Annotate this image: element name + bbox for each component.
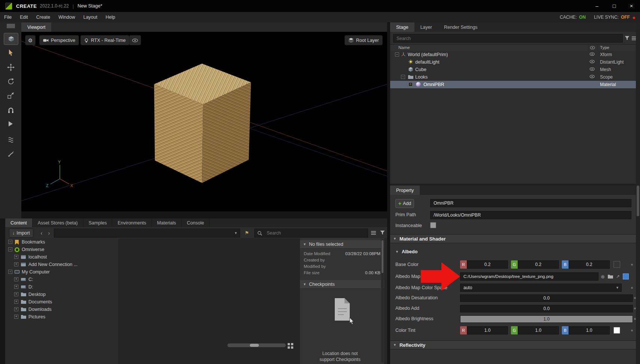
visibility-eye-icon[interactable]	[588, 52, 597, 56]
tab-content[interactable]: Content	[5, 218, 33, 227]
viewport-canvas[interactable]: Y X Z	[21, 32, 387, 211]
thumbnail-size-slider[interactable]	[227, 343, 286, 347]
maximize-button[interactable]: □	[606, 0, 623, 12]
content-search-bar[interactable]	[254, 229, 368, 238]
no-files-header[interactable]: ▼ No files selected	[300, 240, 384, 249]
path-bar[interactable]: ▼	[54, 229, 240, 238]
stage-filter-button[interactable]	[624, 35, 630, 42]
open-external-icon[interactable]: ↗	[616, 274, 620, 279]
tree-item-bookmarks[interactable]: − Bookmarks	[5, 238, 118, 246]
scale-tool-button[interactable]	[0, 92, 21, 99]
albedo-brightness-slider[interactable]: 1.0	[460, 315, 633, 323]
right-panel-scrollbar[interactable]	[636, 22, 640, 364]
toolbar-drag-handle[interactable]	[0, 24, 21, 28]
menu-layout[interactable]: Layout	[79, 15, 102, 20]
tree-item-downloads[interactable]: + Downloads	[5, 306, 118, 313]
add-property-button[interactable]: + Add	[395, 199, 414, 208]
stage-row-world[interactable]: − World (defaultPrim) Xform	[390, 51, 636, 58]
prim-name-input[interactable]	[431, 199, 631, 207]
albedo-map-path-input[interactable]	[460, 273, 598, 280]
color-tint-r-field[interactable]	[467, 326, 508, 334]
live-sync-value[interactable]: OFF	[621, 15, 630, 20]
color-tint-b-field[interactable]	[569, 326, 610, 334]
stage-search-input[interactable]	[394, 36, 622, 41]
menu-file[interactable]: File	[0, 15, 16, 20]
prim-name-field[interactable]	[430, 199, 631, 207]
play-button[interactable]	[0, 121, 21, 126]
reflectivity-section-header[interactable]: ▼ Reflectivity	[390, 340, 636, 349]
expander-icon[interactable]: +	[14, 277, 18, 281]
albedo-map-field[interactable]	[460, 272, 598, 281]
tree-item-my-computer[interactable]: − My Computer	[5, 268, 118, 276]
expander-icon[interactable]: +	[14, 255, 18, 259]
tree-item-omniverse[interactable]: − Omniverse	[5, 246, 118, 253]
list-view-button[interactable]	[370, 229, 377, 237]
color-tint-g-field[interactable]	[518, 326, 559, 334]
tab-asset-stores[interactable]: Asset Stores (beta)	[33, 218, 83, 227]
tab-console[interactable]: Console	[182, 218, 210, 227]
instanceable-checkbox[interactable]	[430, 222, 436, 228]
expander-icon[interactable]: +	[14, 300, 18, 304]
base-color-r-field[interactable]	[467, 260, 508, 269]
menu-edit[interactable]: Edit	[16, 15, 32, 20]
reset-indicator[interactable]	[631, 330, 633, 331]
path-input[interactable]	[54, 230, 232, 236]
visibility-eye-icon[interactable]	[588, 60, 597, 63]
expander-icon[interactable]: +	[14, 285, 18, 289]
tab-stage[interactable]: Stage	[390, 22, 414, 32]
tab-render-settings[interactable]: Render Settings	[438, 22, 484, 32]
visibility-eye-icon[interactable]	[588, 75, 597, 78]
expander-icon[interactable]: +	[14, 292, 18, 296]
expander-icon[interactable]: +	[14, 262, 18, 266]
checkpoints-header[interactable]: ▼ Checkpoints	[300, 280, 384, 289]
color-space-dropdown[interactable]: auto ▼	[460, 284, 622, 292]
base-color-g-field[interactable]	[518, 260, 559, 269]
expander-icon[interactable]: −	[8, 270, 12, 274]
viewport-settings-button[interactable]: ⚙	[25, 35, 36, 45]
albedo-section-header[interactable]: ▼ Albedo	[390, 248, 636, 256]
nav-back-button[interactable]: ‹	[38, 229, 45, 237]
stage-row-cube[interactable]: Cube Mesh	[390, 66, 636, 73]
nav-forward-button[interactable]: ›	[46, 229, 52, 237]
pointer-tool-button[interactable]	[0, 49, 21, 56]
stage-row-looks[interactable]: − Looks Scope	[390, 73, 636, 81]
reset-indicator[interactable]	[631, 287, 633, 289]
scrollbar-thumb[interactable]	[637, 186, 639, 216]
tree-item-d-drive[interactable]: + D:	[5, 283, 118, 291]
base-color-b-field[interactable]	[569, 260, 610, 269]
menu-help[interactable]: Help	[101, 15, 119, 20]
expander-icon[interactable]: −	[8, 240, 12, 244]
albedo-add-slider[interactable]: 0.0	[460, 305, 633, 312]
expander-icon[interactable]: +	[14, 307, 18, 311]
prim-path-field[interactable]	[430, 211, 631, 219]
tab-viewport[interactable]: Viewport	[21, 22, 51, 32]
material-shader-section-header[interactable]: ▼ Material and Shader	[390, 234, 636, 243]
menu-window[interactable]: Window	[54, 15, 79, 20]
paint-tool-button[interactable]	[0, 150, 21, 157]
minimize-button[interactable]: –	[588, 0, 606, 12]
albedo-desaturation-slider[interactable]: 0.0	[460, 294, 633, 302]
grid-view-button[interactable]	[287, 342, 294, 350]
color-tint-swatch[interactable]	[613, 327, 620, 334]
content-search-input[interactable]	[264, 230, 368, 236]
stage-search-bar[interactable]	[393, 34, 623, 43]
stage-row-omnipbr[interactable]: + OmniPBR Material	[390, 81, 636, 88]
expander-icon[interactable]: +	[14, 315, 18, 319]
content-filter-button[interactable]	[379, 229, 386, 237]
renderer-button[interactable]: RTX - Real-Time	[80, 35, 129, 45]
expander-icon[interactable]: −	[401, 75, 405, 79]
reset-indicator[interactable]	[631, 264, 633, 266]
expander-icon[interactable]: −	[395, 52, 399, 56]
slider-thumb[interactable]	[250, 344, 259, 347]
tab-materials[interactable]: Materials	[152, 218, 182, 227]
root-layer-button[interactable]: Root Layer	[345, 35, 383, 45]
tab-layer[interactable]: Layer	[414, 22, 438, 32]
prim-path-input[interactable]	[431, 211, 631, 219]
expander-icon[interactable]: −	[8, 247, 12, 251]
tree-item-pictures[interactable]: + Pictures	[5, 313, 118, 321]
tree-item-c-drive[interactable]: + C:	[5, 276, 118, 283]
physics-tool-button[interactable]	[0, 136, 21, 143]
snap-tool-button[interactable]	[0, 107, 21, 114]
path-dropdown-caret-icon[interactable]: ▼	[232, 231, 240, 235]
bookmark-button[interactable]: ⚑	[243, 229, 251, 237]
